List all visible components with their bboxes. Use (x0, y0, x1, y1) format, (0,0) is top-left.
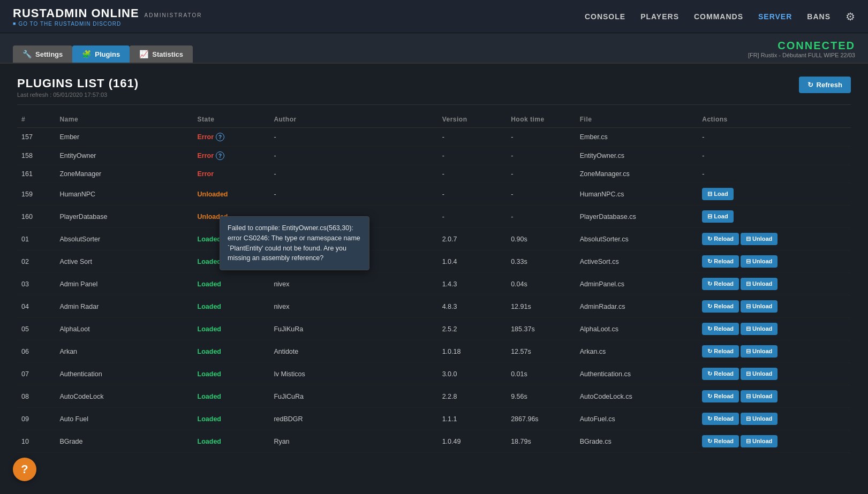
cell-file: AdminRadar.cs (576, 295, 698, 318)
cell-file: PlayerDatabase.cs (576, 206, 698, 228)
cell-file: AbsolutSorter.cs (576, 228, 698, 250)
table-row: 159 HumanNPC Unloaded - - - HumanNPC.cs … (17, 183, 851, 206)
table-wrapper[interactable]: # Name State Author Version Hook time Fi… (17, 111, 851, 453)
unload-button[interactable]: ⊟ Unload (741, 278, 778, 290)
cell-state: Error? (193, 128, 270, 147)
cell-actions: ↻ Reload⊟ Unload (698, 273, 851, 295)
reload-button[interactable]: ↻ Reload (702, 368, 739, 380)
cell-num: 08 (17, 385, 55, 408)
unload-button[interactable]: ⊟ Unload (741, 390, 778, 402)
load-button[interactable]: ⊟ Load (702, 210, 733, 223)
discord-link[interactable]: GO TO THE RUSTADMIN DISCORD (13, 21, 202, 27)
reload-button[interactable]: ↻ Reload (702, 435, 739, 447)
plugins-header: PLUGINS LIST (161) Last refresh : 05/01/… (17, 77, 851, 98)
nav-commands[interactable]: COMMANDS (694, 12, 743, 21)
reload-button[interactable]: ↻ Reload (702, 233, 739, 245)
info-icon[interactable]: ? (216, 151, 224, 160)
unload-button[interactable]: ⊟ Unload (741, 435, 778, 447)
unload-button[interactable]: ⊟ Unload (741, 300, 778, 313)
load-button[interactable]: ⊟ Load (702, 188, 733, 200)
unload-button[interactable]: ⊟ Unload (741, 413, 778, 425)
reload-button[interactable]: ↻ Reload (702, 278, 739, 290)
state-label: Error (198, 152, 214, 159)
cell-file: Authentication.cs (576, 363, 698, 385)
discord-label: GO TO THE RUSTADMIN DISCORD (18, 21, 121, 27)
cell-actions: ↻ Reload⊟ Unload (698, 385, 851, 408)
unload-button[interactable]: ⊟ Unload (741, 368, 778, 380)
reload-button[interactable]: ↻ Reload (702, 390, 739, 402)
cell-hook: - (507, 206, 576, 228)
cell-version: 4.8.3 (438, 295, 507, 318)
tab-settings[interactable]: 🔧 Settings (13, 45, 72, 63)
cell-version: - (438, 183, 507, 206)
table-row: 160 PlayerDatabase Unloaded - - - Player… (17, 206, 851, 228)
reload-button[interactable]: ↻ Reload (702, 255, 739, 268)
brand: RUSTADMIN ONLINE ADMINISTRATOR GO TO THE… (13, 6, 202, 27)
brand-title: RUSTADMIN ONLINE (13, 6, 139, 20)
cell-version: 1.1.1 (438, 408, 507, 430)
cell-actions: ↻ Reload⊟ Unload (698, 228, 851, 250)
reload-button[interactable]: ↻ Reload (702, 323, 739, 335)
cell-num: 07 (17, 363, 55, 385)
refresh-icon: ↻ (807, 81, 813, 89)
cell-author: Ryan (269, 430, 437, 453)
nav-bans[interactable]: BANS (807, 12, 831, 21)
navbar: RUSTADMIN ONLINE ADMINISTRATOR GO TO THE… (0, 0, 868, 33)
cell-file: ZoneManager.cs (576, 165, 698, 183)
state-label: Error (198, 133, 214, 141)
cell-name: Ember (55, 128, 193, 147)
brand-admin-label: ADMINISTRATOR (145, 12, 202, 18)
cell-version: - (438, 165, 507, 183)
tab-plugins[interactable]: 🧩 Plugins (72, 45, 130, 63)
info-icon[interactable]: ? (216, 133, 224, 141)
cell-author: FuJiCuRa (269, 385, 437, 408)
cell-state: Unloaded (193, 183, 270, 206)
nav-players[interactable]: PLAYERS (640, 12, 679, 21)
cell-version: 2.0.7 (438, 228, 507, 250)
table-row: 10 BGrade Loaded Ryan 1.0.49 18.79s BGra… (17, 430, 851, 453)
cell-file: HumanNPC.cs (576, 183, 698, 206)
unload-button[interactable]: ⊟ Unload (741, 233, 778, 245)
cell-actions: ↻ Reload⊟ Unload (698, 318, 851, 340)
cell-name: Admin Panel (55, 273, 193, 295)
divider (17, 104, 851, 105)
plugins-last-refresh: Last refresh : 05/01/2020 17:57:03 (17, 92, 139, 98)
reload-button[interactable]: ↻ Reload (702, 345, 739, 358)
refresh-label: Refresh (817, 81, 842, 89)
no-action: - (702, 133, 704, 141)
unload-button[interactable]: ⊟ Unload (741, 255, 778, 268)
reload-button[interactable]: ↻ Reload (702, 300, 739, 313)
unload-button[interactable]: ⊟ Unload (741, 323, 778, 335)
nav-server[interactable]: SERVER (758, 12, 792, 21)
tabs-row: 🔧 Settings 🧩 Plugins 📈 Statistics (13, 45, 193, 63)
cell-actions: ↻ Reload⊟ Unload (698, 295, 851, 318)
tab-statistics[interactable]: 📈 Statistics (130, 45, 193, 63)
unload-button[interactable]: ⊟ Unload (741, 345, 778, 358)
cell-author: - (269, 183, 437, 206)
refresh-button[interactable]: ↻ Refresh (799, 77, 851, 93)
state-label: Loaded (198, 235, 221, 243)
cell-name: Authentication (55, 363, 193, 385)
cell-name: Arkan (55, 340, 193, 363)
table-body: 157 Ember Error? - - - Ember.cs - 158 En… (17, 128, 851, 453)
table-row: 02 Active Sort Loaded Egor Blagov 1.0.4 … (17, 250, 851, 273)
cell-name: HumanNPC (55, 183, 193, 206)
help-button[interactable]: ? (13, 458, 36, 481)
cell-version: 1.0.18 (438, 340, 507, 363)
cell-file: Arkan.cs (576, 340, 698, 363)
gear-icon[interactable]: ⚙ (846, 10, 855, 23)
reload-button[interactable]: ↻ Reload (702, 413, 739, 425)
cell-num: 02 (17, 250, 55, 273)
cell-actions: ↻ Reload⊟ Unload (698, 408, 851, 430)
cell-num: 157 (17, 128, 55, 147)
cell-hook: 18.79s (507, 430, 576, 453)
cell-file: EntityOwner.cs (576, 147, 698, 165)
cell-name: AbsolutSorter (55, 228, 193, 250)
cell-state: Loaded (193, 340, 270, 363)
cell-num: 160 (17, 206, 55, 228)
th-state: State (193, 111, 270, 128)
nav-console[interactable]: CONSOLE (585, 12, 625, 21)
plugins-title: PLUGINS LIST (161) (17, 77, 139, 90)
settings-tab-label: Settings (35, 50, 63, 58)
connected-label: CONNECTED (748, 40, 855, 52)
